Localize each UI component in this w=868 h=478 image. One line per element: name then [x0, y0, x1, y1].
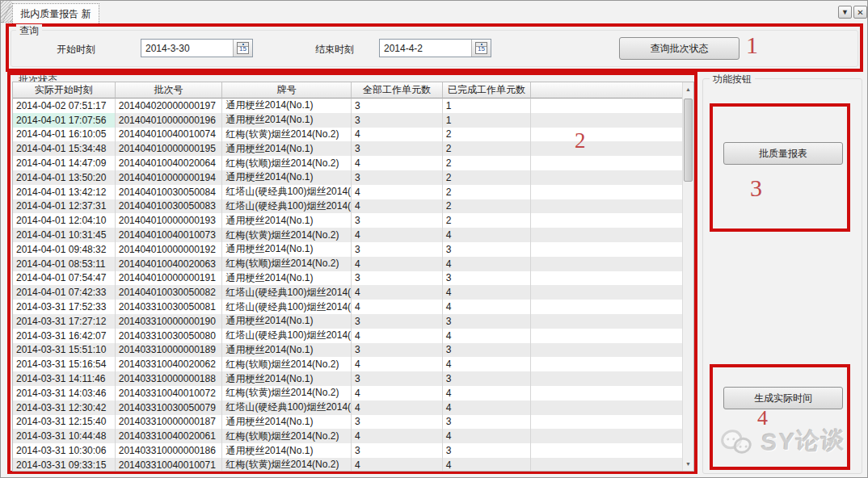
table-cell[interactable]: 3 [352, 141, 443, 156]
table-cell[interactable]: 通用梗丝2014(No.1) [222, 99, 352, 113]
table-cell[interactable]: 3 [443, 371, 532, 386]
table-cell[interactable]: 201403310040010072 [116, 386, 223, 400]
table-cell[interactable]: 2014-04-01 13:42:12 [13, 185, 116, 199]
table-cell[interactable]: 3 [352, 415, 443, 430]
table-cell[interactable]: 4 [352, 458, 443, 471]
start-calendar-button[interactable]: 15 [233, 40, 252, 57]
table-cell[interactable]: 4 [443, 257, 532, 271]
table-cell[interactable]: 201404010040010074 [116, 128, 223, 142]
table-cell[interactable]: 4 [443, 285, 532, 300]
table-cell[interactable]: 2 [443, 213, 532, 228]
table-cell[interactable]: 4 [443, 228, 532, 242]
column-header[interactable]: 全部工作单元数 [352, 82, 443, 99]
table-cell[interactable]: 2014-04-01 12:37:31 [13, 199, 116, 214]
table-cell[interactable]: 红塔山(硬经典100)烟丝2014(No.1) [222, 199, 352, 214]
table-cell[interactable]: 201403310000000187 [116, 415, 223, 430]
table-cell[interactable]: 2014-04-01 07:54:47 [13, 271, 116, 286]
table-cell[interactable]: 红塔山(硬经典100)烟丝2014(No.1) [222, 300, 352, 314]
table-cell[interactable]: 201404010000000191 [116, 271, 223, 286]
generate-actual-time-button[interactable]: 生成实际时间 [723, 387, 843, 409]
table-cell[interactable]: 2014-04-01 15:34:48 [13, 141, 116, 156]
table-cell[interactable]: 3 [352, 99, 443, 113]
table-cell[interactable]: 2014-03-31 15:51:10 [13, 343, 116, 358]
table-cell[interactable]: 2014-03-31 14:03:46 [13, 386, 116, 400]
table-cell[interactable]: 4 [443, 386, 532, 400]
table-cell[interactable]: 4 [352, 400, 443, 415]
table-cell[interactable]: 201403310040020062 [116, 357, 223, 371]
table-cell[interactable]: 3 [443, 343, 532, 358]
table-cell[interactable]: 3 [352, 170, 443, 185]
table-cell[interactable]: 2014-03-31 10:44:48 [13, 429, 116, 443]
table-cell[interactable]: 2014-04-01 16:10:05 [13, 128, 116, 142]
table-cell[interactable]: 2014-03-31 15:16:54 [13, 357, 116, 371]
column-header[interactable]: 牌号 [222, 82, 352, 99]
table-cell[interactable]: 201404010040020064 [116, 156, 223, 170]
tab-batch-quality-report[interactable]: 批内质量报告 新 [12, 3, 99, 23]
table-cell[interactable]: 4 [443, 300, 532, 314]
table-cell[interactable]: 3 [352, 371, 443, 386]
table-cell[interactable]: 通用梗丝2014(No.1) [222, 314, 352, 329]
window-dropdown-button[interactable]: ▼ [838, 6, 852, 19]
table-cell[interactable]: 红梅(软黄)烟丝2014(No.2) [222, 458, 352, 471]
table-cell[interactable]: 通用梗丝2014(No.1) [222, 343, 352, 358]
table-cell[interactable]: 201404010030050083 [116, 199, 223, 214]
table-cell[interactable]: 红梅(软黄)烟丝2014(No.2) [222, 386, 352, 400]
table-cell[interactable]: 通用梗丝2014(No.1) [222, 271, 352, 286]
table-cell[interactable]: 3 [352, 271, 443, 286]
end-calendar-button[interactable]: 15 [471, 40, 491, 57]
table-cell[interactable]: 2 [443, 170, 532, 185]
table-cell[interactable]: 201404010030050084 [116, 185, 223, 199]
table-cell[interactable]: 201403310000000188 [116, 371, 223, 386]
table-cell[interactable]: 4 [352, 300, 443, 314]
scrollbar-thumb[interactable] [684, 99, 693, 182]
table-cell[interactable]: 1 [443, 113, 532, 128]
table-cell[interactable]: 2014-04-01 14:47:09 [13, 156, 116, 170]
table-cell[interactable]: 2014-04-01 17:07:56 [13, 113, 116, 128]
table-cell[interactable]: 3 [443, 271, 532, 286]
table-cell[interactable]: 2014-03-31 17:52:33 [13, 300, 116, 314]
table-cell[interactable]: 2014-04-02 07:51:17 [13, 99, 116, 113]
table-cell[interactable]: 201403310040010071 [116, 458, 223, 471]
table-cell[interactable]: 4 [352, 357, 443, 371]
table-cell[interactable]: 4 [443, 357, 532, 371]
table-cell[interactable]: 2 [443, 185, 532, 199]
table-cell[interactable]: 3 [352, 443, 443, 458]
table-cell[interactable]: 4 [352, 285, 443, 300]
query-batch-status-button[interactable]: 查询批次状态 [619, 37, 739, 60]
table-cell[interactable]: 通用梗丝2014(No.1) [222, 371, 352, 386]
table-cell[interactable]: 2014-04-01 07:42:33 [13, 285, 116, 300]
table-cell[interactable]: 201403310000000186 [116, 443, 223, 458]
table-cell[interactable]: 2014-04-01 08:53:11 [13, 257, 116, 271]
table-cell[interactable]: 4 [443, 429, 532, 443]
table-cell[interactable]: 3 [352, 113, 443, 128]
table-cell[interactable]: 红梅(软顺)烟丝2014(No.2) [222, 357, 352, 371]
table-cell[interactable]: 2014-04-01 09:48:32 [13, 242, 116, 257]
table-cell[interactable]: 3 [443, 314, 532, 329]
start-date-field[interactable]: 2014-3-30 15 [141, 39, 253, 57]
table-cell[interactable]: 201404010000000192 [116, 242, 223, 257]
table-cell[interactable]: 4 [352, 128, 443, 142]
table-cell[interactable]: 4 [352, 156, 443, 170]
table-cell[interactable]: 通用梗丝2014(No.1) [222, 242, 352, 257]
table-cell[interactable]: 红梅(软黄)烟丝2014(No.2) [222, 228, 352, 242]
table-cell[interactable]: 3 [443, 415, 532, 430]
table-cell[interactable]: 201403310000000189 [116, 343, 223, 358]
table-cell[interactable]: 4 [352, 329, 443, 343]
scroll-up-button[interactable]: ▲ [683, 82, 693, 96]
table-cell[interactable]: 3 [352, 314, 443, 329]
table-cell[interactable]: 红塔山(硬经典100)烟丝2014(No.1) [222, 329, 352, 343]
table-cell[interactable]: 201404010000000196 [116, 113, 223, 128]
grid-vertical-scrollbar[interactable]: ▲ ▼ [682, 82, 693, 471]
table-cell[interactable]: 4 [443, 329, 532, 343]
table-cell[interactable]: 3 [443, 443, 532, 458]
table-cell[interactable]: 通用梗丝2014(No.1) [222, 443, 352, 458]
table-cell[interactable]: 201403310030050081 [116, 300, 223, 314]
table-cell[interactable]: 红梅(软黄)烟丝2014(No.2) [222, 128, 352, 142]
table-cell[interactable]: 201404010000000193 [116, 213, 223, 228]
table-cell[interactable]: 通用梗丝2014(No.1) [222, 170, 352, 185]
table-cell[interactable]: 红塔山(硬经典100)烟丝2014(No.1) [222, 400, 352, 415]
table-cell[interactable]: 4 [352, 386, 443, 400]
table-cell[interactable]: 4 [443, 400, 532, 415]
table-cell[interactable]: 3 [352, 242, 443, 257]
table-cell[interactable]: 2014-03-31 09:33:15 [13, 458, 116, 471]
